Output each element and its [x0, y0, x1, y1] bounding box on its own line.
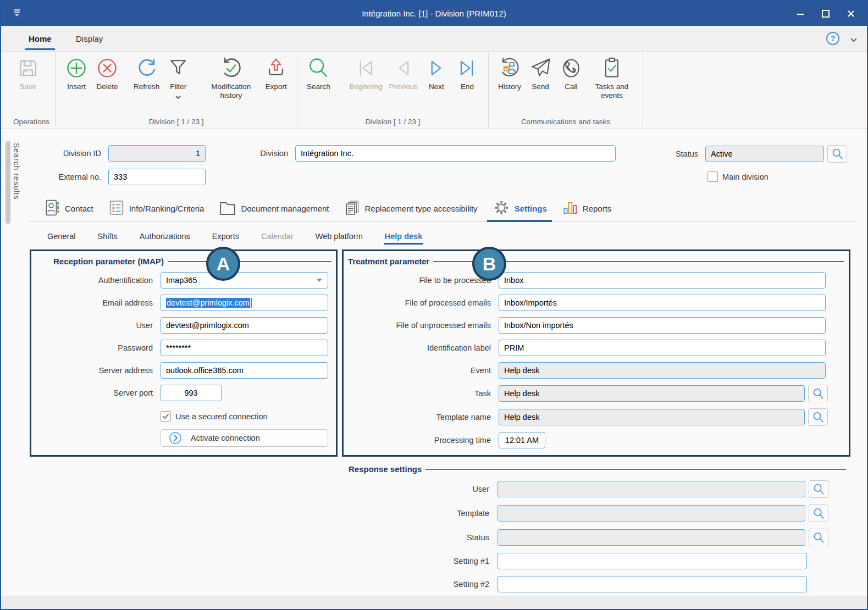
subtab-calendar[interactable]: Calendar: [261, 232, 294, 241]
group-label: Communications and tasks: [494, 114, 637, 129]
collapse-ribbon-chevron-icon[interactable]: [849, 35, 858, 45]
processing-time-field[interactable]: [499, 432, 545, 448]
file-of-unprocessed-emails-field[interactable]: [499, 317, 826, 334]
email-address-field[interactable]: devtest@primlogix.com: [161, 295, 328, 311]
response-settings-section: Response settings User Template Status: [342, 459, 850, 592]
legend-line: [425, 469, 846, 470]
tab-info-ranking-criteria[interactable]: Info/Ranking/Criteria: [101, 196, 212, 221]
processing-time-label: Processing time: [344, 436, 491, 445]
external-no-field[interactable]: [108, 169, 206, 185]
subtab-help-desk[interactable]: Help desk: [385, 232, 423, 241]
section-tabs: Contact Info/Ranking/Criteria Document m…: [29, 196, 857, 222]
file-of-unprocessed-emails-label: File of unprocessed emails: [344, 321, 491, 330]
division-id-label: Division ID: [30, 149, 101, 158]
call-button[interactable]: Call: [556, 54, 587, 92]
template-name-search-button[interactable]: [808, 408, 828, 426]
tab-reports[interactable]: Reports: [554, 196, 619, 221]
previous-button[interactable]: Previous: [385, 54, 421, 92]
user-field[interactable]: [161, 317, 328, 334]
response-status-field[interactable]: [497, 529, 805, 546]
call-icon: [559, 55, 583, 81]
subtab-shifts[interactable]: Shifts: [98, 232, 118, 241]
setting-2-field[interactable]: [497, 576, 807, 592]
ribbon-tab-home[interactable]: Home: [24, 26, 56, 51]
subtab-authorizations[interactable]: Authorizations: [140, 232, 190, 241]
ribbon-group-division-nav: Search Beginning Previous: [297, 52, 488, 129]
tab-contact[interactable]: Contact: [36, 196, 101, 221]
event-field[interactable]: [499, 362, 826, 379]
setting-2-label: Setting #2: [342, 580, 489, 589]
task-field[interactable]: [499, 385, 805, 402]
export-icon: [264, 55, 288, 81]
beginning-button[interactable]: Beginning: [346, 54, 385, 92]
tasks-events-icon: [600, 55, 624, 81]
division-label: Division: [215, 149, 288, 158]
callout-badge-b: B: [472, 247, 506, 281]
response-template-search-button[interactable]: [809, 504, 828, 522]
subtab-general[interactable]: General: [47, 232, 76, 241]
search-icon: [306, 55, 330, 81]
activate-connection-button[interactable]: Activate connection: [161, 429, 328, 447]
password-field[interactable]: [161, 340, 328, 356]
response-status-search-button[interactable]: [809, 529, 828, 546]
bar-chart-icon: [561, 199, 579, 218]
event-label: Event: [344, 366, 491, 375]
template-name-field[interactable]: [499, 409, 805, 425]
division-field[interactable]: [295, 145, 616, 162]
subtab-web-platform[interactable]: Web platform: [316, 232, 363, 241]
panel-a-title: Reception parameter (IMAP): [53, 257, 164, 266]
task-search-button[interactable]: [808, 385, 828, 402]
file-of-processed-emails-field[interactable]: [499, 295, 826, 311]
response-template-field[interactable]: [497, 505, 805, 522]
settings-subtabs: General Shifts Authorizations Exports Ca…: [47, 228, 422, 245]
close-button[interactable]: [838, 1, 864, 26]
file-to-be-processed-field[interactable]: [499, 272, 826, 289]
save-button[interactable]: Save: [13, 54, 43, 92]
server-port-field[interactable]: [161, 385, 222, 401]
delete-button[interactable]: Delete: [92, 54, 123, 92]
authentification-combobox[interactable]: Imap365: [161, 272, 328, 289]
help-icon[interactable]: ?: [826, 32, 839, 45]
identification-label-field[interactable]: [499, 340, 826, 356]
main-division-checkbox[interactable]: [707, 171, 718, 182]
response-status-label: Status: [342, 533, 489, 542]
filter-button[interactable]: Filter: [163, 54, 193, 103]
maximize-button[interactable]: [813, 1, 838, 26]
panel-b-title: Treatment parameter: [348, 257, 429, 266]
end-button[interactable]: End: [452, 54, 483, 92]
insert-button[interactable]: Insert: [61, 54, 92, 92]
history-button[interactable]: History: [494, 54, 525, 92]
status-field[interactable]: [705, 146, 824, 162]
save-icon: [16, 55, 40, 81]
tab-settings[interactable]: Settings: [485, 196, 554, 221]
tab-document-management[interactable]: Document management: [211, 196, 336, 221]
refresh-button[interactable]: Refresh: [130, 54, 163, 92]
setting-1-field[interactable]: [497, 553, 807, 569]
next-button[interactable]: Next: [421, 54, 452, 92]
search-results-tab[interactable]: Search results: [12, 143, 21, 199]
server-address-field[interactable]: [161, 362, 328, 379]
search-button[interactable]: Search: [303, 54, 334, 92]
tab-replacement-type-accessibility[interactable]: Replacement type accessibility: [336, 196, 485, 221]
text-caret: [251, 298, 252, 308]
response-user-field[interactable]: [497, 481, 805, 497]
status-search-button[interactable]: [827, 145, 847, 163]
send-button[interactable]: Send: [525, 54, 556, 92]
export-button[interactable]: Export: [261, 54, 291, 92]
ribbon-tab-display[interactable]: Display: [71, 26, 107, 51]
response-user-search-button[interactable]: [809, 480, 828, 498]
refresh-icon: [135, 55, 159, 81]
filter-icon: [166, 55, 190, 81]
subtab-exports[interactable]: Exports: [212, 232, 239, 241]
tasks-and-events-button[interactable]: Tasks and events: [587, 54, 637, 101]
skip-end-icon: [455, 55, 479, 81]
folder-icon: [218, 199, 237, 218]
modification-history-button[interactable]: Modification history: [201, 54, 261, 101]
secured-connection-checkbox[interactable]: [161, 411, 171, 422]
division-id-field[interactable]: [108, 145, 206, 162]
setting-1-label: Setting #1: [342, 557, 489, 565]
minimize-button[interactable]: [788, 1, 813, 26]
search-results-panel-grip[interactable]: [5, 141, 10, 224]
check-icon: [162, 413, 169, 419]
ribbon-group-division-edit: Insert Delete Refresh: [56, 52, 297, 129]
